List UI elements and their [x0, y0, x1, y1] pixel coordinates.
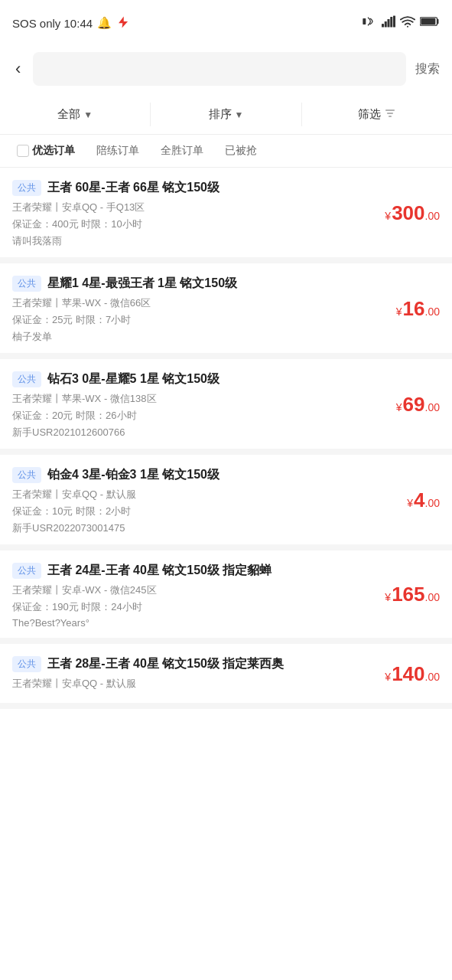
- order-2-meta: 保证金：25元 时限：7小时: [12, 313, 440, 327]
- order-5-price-symbol: ¥: [385, 591, 391, 603]
- tab-allwin-label: 全胜订单: [161, 144, 203, 156]
- svg-rect-8: [421, 18, 435, 24]
- order-5-user: The?Best?Years°: [12, 617, 440, 629]
- order-card-1[interactable]: 公共 王者 60星-王者 66星 铭文150级 王者荣耀丨安卓QQ - 手Q13…: [0, 168, 452, 263]
- wifi-icon: [400, 15, 415, 31]
- order-6-subtitle: 王者荣耀丨安卓QQ - 默认服: [12, 677, 440, 691]
- order-6-header: 公共 王者 28星-王者 40星 铭文150级 指定莱西奥: [12, 656, 440, 672]
- tab-companion-label: 陪练订单: [96, 144, 139, 156]
- order-6-price-decimal: .00: [425, 671, 440, 683]
- order-4-tag: 公共: [12, 467, 41, 483]
- order-4-header: 公共 铂金4 3星-铂金3 1星 铭文150级: [12, 467, 440, 483]
- filter-screen[interactable]: 筛选: [302, 103, 452, 126]
- order-5-price-decimal: .00: [425, 591, 440, 603]
- tab-preferred-checkbox[interactable]: [17, 145, 29, 157]
- order-4-price-symbol: ¥: [407, 497, 413, 509]
- order-5-header: 公共 王者 24星-王者 40星 铭文150级 指定貂蝉: [12, 563, 440, 579]
- tab-grabbed[interactable]: 已被抢: [217, 135, 265, 167]
- order-1-header: 公共 王者 60星-王者 66星 铭文150级: [12, 180, 440, 196]
- search-input[interactable]: [33, 52, 406, 86]
- order-card-3[interactable]: 公共 钻石3 0星-星耀5 1星 铭文150级 王者荣耀丨苹果-WX - 微信1…: [0, 359, 452, 455]
- tab-allwin[interactable]: 全胜订单: [153, 135, 211, 167]
- order-3-user: 新手USR2021012600766: [12, 426, 440, 439]
- nfc-icon: [362, 15, 377, 31]
- svg-point-6: [407, 26, 408, 28]
- order-card-2[interactable]: 公共 星耀1 4星-最强王者 1星 铭文150级 王者荣耀丨苹果-WX - 微信…: [0, 263, 452, 359]
- filter-sort-label: 排序: [209, 107, 232, 122]
- status-right: [362, 15, 440, 31]
- order-3-price-decimal: .00: [425, 401, 440, 413]
- order-4-price-decimal: .00: [425, 497, 440, 509]
- order-3-price: ¥ 69 .00: [396, 394, 440, 414]
- order-1-user: 请叫我落雨: [12, 234, 440, 248]
- order-list: 公共 王者 60星-王者 66星 铭文150级 王者荣耀丨安卓QQ - 手Q13…: [0, 168, 452, 709]
- order-6-price-main: 140: [392, 664, 424, 684]
- order-2-subtitle: 王者荣耀丨苹果-WX - 微信66区: [12, 296, 440, 310]
- order-5-title: 王者 24星-王者 40星 铭文150级 指定貂蝉: [47, 563, 440, 579]
- order-1-title: 王者 60星-王者 66星 铭文150级: [47, 180, 440, 196]
- filter-all[interactable]: 全部 ▼: [0, 103, 151, 126]
- order-6-price-symbol: ¥: [385, 671, 391, 683]
- order-4-user: 新手USR2022073001475: [12, 521, 440, 535]
- order-4-meta: 保证金：10元 时限：2小时: [12, 505, 440, 518]
- order-card-6[interactable]: 公共 王者 28星-王者 40星 铭文150级 指定莱西奥 王者荣耀丨安卓QQ …: [0, 644, 452, 709]
- lightning-icon: [116, 15, 130, 31]
- back-button[interactable]: ‹: [12, 56, 24, 82]
- order-4-subtitle: 王者荣耀丨安卓QQ - 默认服: [12, 488, 440, 501]
- order-5-price: ¥ 165 .00: [385, 584, 440, 604]
- svg-rect-0: [363, 18, 366, 24]
- order-1-meta: 保证金：400元 时限：10小时: [12, 217, 440, 231]
- order-4-price-main: 4: [414, 490, 424, 510]
- order-6-price: ¥ 140 .00: [385, 664, 440, 684]
- order-4-price: ¥ 4 .00: [407, 490, 440, 510]
- svg-rect-4: [390, 17, 392, 28]
- tab-grabbed-label: 已被抢: [225, 144, 257, 156]
- order-5-price-main: 165: [392, 584, 424, 604]
- order-2-user: 柚子发单: [12, 330, 440, 344]
- order-card-5[interactable]: 公共 王者 24星-王者 40星 铭文150级 指定貂蝉 王者荣耀丨安卓-WX …: [0, 550, 452, 644]
- order-2-price-symbol: ¥: [396, 305, 402, 318]
- filter-screen-label: 筛选: [358, 107, 381, 122]
- search-button[interactable]: 搜索: [415, 61, 440, 77]
- order-6-title: 王者 28星-王者 40星 铭文150级 指定莱西奥: [47, 656, 440, 672]
- order-1-price-decimal: .00: [425, 210, 440, 222]
- svg-rect-5: [393, 16, 395, 28]
- filter-sort[interactable]: 排序 ▼: [151, 103, 301, 126]
- tab-companion[interactable]: 陪练订单: [89, 135, 147, 167]
- order-5-subtitle: 王者荣耀丨安卓-WX - 微信245区: [12, 583, 440, 597]
- order-1-price-symbol: ¥: [385, 210, 391, 222]
- order-card-4[interactable]: 公共 铂金4 3星-铂金3 1星 铭文150级 王者荣耀丨安卓QQ - 默认服 …: [0, 455, 452, 550]
- order-2-tag: 公共: [12, 276, 41, 292]
- order-5-tag: 公共: [12, 563, 41, 579]
- tab-bar: 优选订单 陪练订单 全胜订单 已被抢: [0, 135, 452, 168]
- tab-preferred-label: 优选订单: [32, 144, 75, 158]
- order-2-title: 星耀1 4星-最强王者 1星 铭文150级: [47, 276, 440, 292]
- order-2-price-decimal: .00: [425, 305, 440, 318]
- order-2-header: 公共 星耀1 4星-最强王者 1星 铭文150级: [12, 276, 440, 292]
- order-6-tag: 公共: [12, 656, 41, 672]
- order-2-price-main: 16: [403, 299, 425, 318]
- order-3-title: 钻石3 0星-星耀5 1星 铭文150级: [47, 371, 440, 387]
- order-3-price-symbol: ¥: [396, 401, 402, 413]
- bell-icon: 🔔: [97, 16, 112, 30]
- tab-preferred[interactable]: 优选订单: [9, 135, 83, 167]
- battery-icon: [420, 16, 440, 30]
- search-bar: ‹ 搜索: [0, 46, 452, 95]
- status-bar: SOS only 10:44 🔔: [0, 0, 452, 46]
- filter-sort-arrow: ▼: [235, 109, 244, 120]
- filter-all-label: 全部: [57, 107, 80, 122]
- order-5-meta: 保证金：190元 时限：24小时: [12, 600, 440, 614]
- order-4-title: 铂金4 3星-铂金3 1星 铭文150级: [47, 467, 440, 483]
- filter-bar: 全部 ▼ 排序 ▼ 筛选: [0, 95, 452, 135]
- sos-status-text: SOS only 10:44: [12, 17, 93, 30]
- order-3-subtitle: 王者荣耀丨苹果-WX - 微信138区: [12, 392, 440, 406]
- svg-rect-2: [385, 21, 387, 28]
- filter-all-arrow: ▼: [83, 109, 93, 120]
- status-left: SOS only 10:44 🔔: [12, 15, 130, 31]
- order-3-meta: 保证金：20元 时限：26小时: [12, 409, 440, 423]
- order-3-tag: 公共: [12, 371, 41, 387]
- order-3-header: 公共 钻石3 0星-星耀5 1星 铭文150级: [12, 371, 440, 387]
- order-2-price: ¥ 16 .00: [396, 299, 440, 318]
- order-1-price: ¥ 300 .00: [385, 203, 440, 223]
- svg-rect-1: [382, 24, 384, 28]
